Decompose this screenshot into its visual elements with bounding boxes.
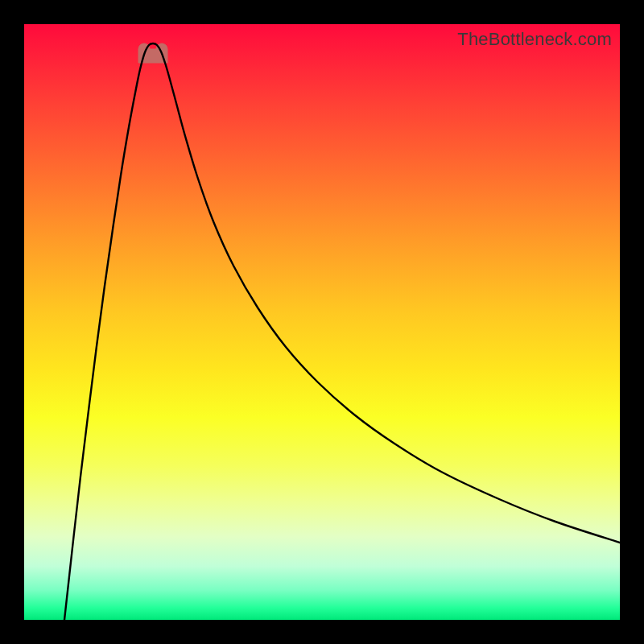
bottleneck-curve: [64, 43, 620, 620]
chart-svg: [24, 24, 620, 620]
attribution-watermark: TheBottleneck.com: [457, 29, 612, 50]
chart-plot-area: TheBottleneck.com: [24, 24, 620, 620]
